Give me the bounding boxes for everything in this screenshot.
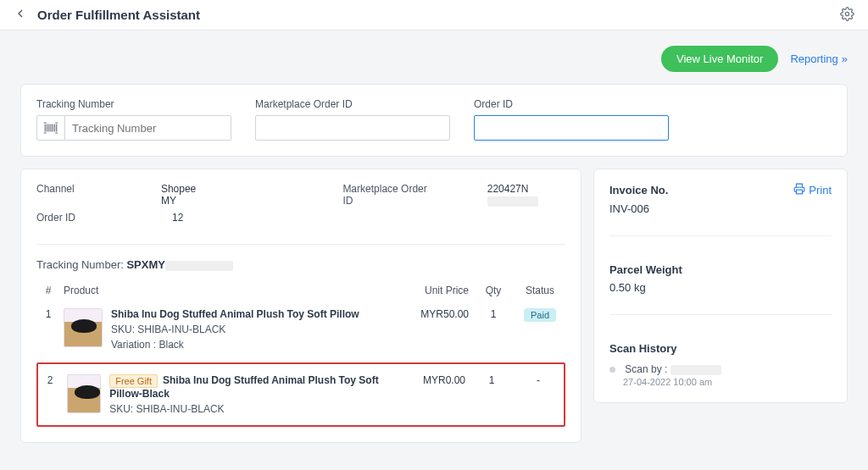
- col-status: Status: [515, 279, 565, 301]
- search-card: Tracking Number Marketplace Order ID Ord…: [20, 84, 848, 157]
- marketplace-id-meta-value: 220427N: [487, 183, 565, 207]
- table-row: 1 Shiba Inu Dog Stuffed Animal Plush Toy…: [36, 301, 565, 357]
- item-num: 1: [36, 301, 60, 357]
- reporting-link-label: Reporting: [790, 53, 837, 65]
- printer-icon: [793, 183, 805, 197]
- reporting-link[interactable]: Reporting »: [790, 53, 848, 65]
- svg-rect-1: [797, 190, 803, 194]
- product-sku: SKU: SHIBA-INU-BLACK: [109, 403, 398, 415]
- order-id-meta-label: Order ID: [36, 212, 121, 224]
- parcel-weight-label: Parcel Weight: [609, 263, 832, 276]
- item-unit-price: MYR0.00: [403, 364, 470, 425]
- view-live-monitor-button[interactable]: View Live Monitor: [661, 46, 778, 72]
- product-name: Shiba Inu Dog Stuffed Animal Plush Toy S…: [111, 308, 359, 320]
- col-unit-price: Unit Price: [404, 279, 472, 301]
- invoice-label: Invoice No.: [609, 184, 668, 196]
- scan-timestamp: 27-04-2022 10:00 am: [623, 377, 832, 387]
- order-id-meta-value: 12: [172, 212, 183, 224]
- col-qty: Qty: [472, 279, 515, 301]
- item-status: -: [513, 364, 564, 425]
- scan-history-entry: Scan by :: [609, 363, 832, 375]
- product-variation: Variation : Black: [111, 339, 359, 351]
- scan-by-label: Scan by :: [625, 363, 667, 375]
- page-title: Order Fulfillment Assistant: [37, 8, 200, 22]
- barcode-icon[interactable]: [36, 115, 65, 141]
- order-id-input[interactable]: [474, 115, 669, 141]
- marketplace-order-id-input[interactable]: [255, 115, 450, 141]
- table-row: 2 Free GiftShiba Inu Dog Stuffed Animal …: [38, 364, 564, 425]
- free-gift-badge: Free Gift: [109, 374, 158, 388]
- gear-icon[interactable]: [840, 7, 854, 24]
- col-num: #: [36, 279, 60, 301]
- tracking-number-display-label: Tracking Number:: [36, 258, 124, 271]
- item-unit-price: MYR50.00: [404, 301, 472, 357]
- print-label: Print: [809, 184, 832, 196]
- channel-value: Shopee MY: [161, 183, 207, 207]
- redacted-text: [487, 196, 538, 207]
- marketplace-order-id-label: Marketplace Order ID: [255, 98, 450, 110]
- svg-point-0: [845, 12, 849, 15]
- item-num: 2: [38, 364, 62, 425]
- print-link[interactable]: Print: [793, 183, 832, 197]
- product-sku: SKU: SHIBA-INU-BLACK: [111, 323, 359, 335]
- order-id-label: Order ID: [474, 98, 669, 110]
- tracking-number-label: Tracking Number: [36, 98, 231, 110]
- invoice-value: INV-006: [609, 202, 832, 215]
- redacted-text: [165, 261, 233, 271]
- product-thumbnail: [64, 308, 103, 347]
- free-gift-highlight: 2 Free GiftShiba Inu Dog Stuffed Animal …: [36, 362, 565, 427]
- back-arrow-icon[interactable]: [14, 7, 27, 23]
- tracking-number-input[interactable]: [65, 115, 231, 141]
- order-card: Channel Shopee MY Order ID 12 Marketplac…: [20, 169, 581, 443]
- channel-label: Channel: [36, 183, 110, 207]
- item-qty: 1: [472, 301, 515, 357]
- scan-history-label: Scan History: [609, 342, 832, 355]
- chevron-double-right-icon: »: [842, 53, 848, 65]
- tracking-number-value: SPXMY: [126, 258, 233, 271]
- timeline-dot-icon: [609, 367, 615, 373]
- col-product: Product: [60, 279, 404, 301]
- marketplace-id-meta-label: Marketplace Order ID: [342, 183, 436, 207]
- product-thumbnail: [67, 374, 101, 413]
- redacted-text: [670, 365, 721, 375]
- sidebar-card: Invoice No. Print INV-006 Parcel Weight …: [593, 169, 848, 403]
- status-badge: Paid: [524, 308, 556, 322]
- parcel-weight-value: 0.50 kg: [609, 281, 832, 294]
- item-qty: 1: [470, 364, 513, 425]
